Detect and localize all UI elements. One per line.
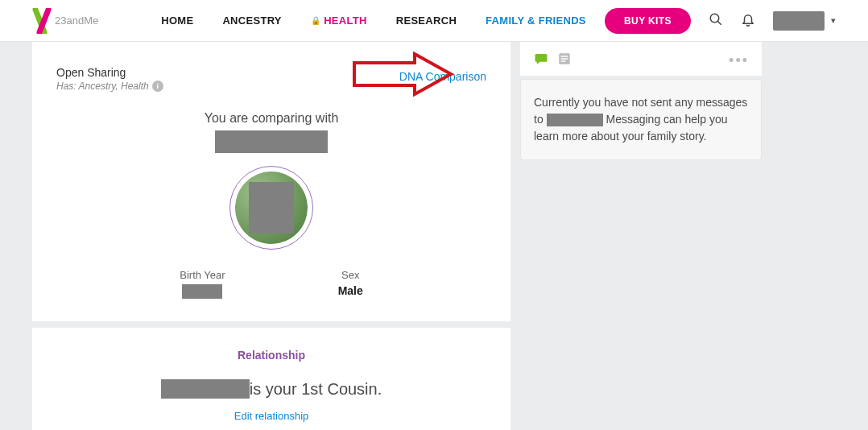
empty-messages-notice: Currently you have not sent any messages…: [520, 79, 762, 160]
lock-icon: 🔒: [311, 16, 320, 25]
relationship-title: Relationship: [56, 349, 486, 362]
logo-mark-icon: [32, 8, 52, 34]
nav-health-label: HEALTH: [324, 14, 367, 27]
section-divider: [32, 321, 510, 328]
global-header: 23andMe HOME ANCESTRY 🔒 HEALTH RESEARCH …: [0, 0, 868, 42]
nav-family-friends[interactable]: FAMILY & FRIENDS: [471, 14, 601, 27]
logo[interactable]: 23andMe: [32, 8, 98, 34]
logo-text: 23andMe: [55, 14, 98, 27]
chevron-down-icon: ▾: [831, 15, 836, 26]
nav-research[interactable]: RESEARCH: [382, 14, 471, 27]
user-avatar: [773, 11, 825, 31]
buy-kits-button[interactable]: BUY KITS: [605, 8, 691, 34]
svg-rect-3: [561, 56, 568, 57]
profile-panel: Open Sharing Has: Ancestry, Health i DNA…: [32, 42, 510, 430]
has-services-text: Has: Ancestry, Health: [56, 81, 149, 92]
more-options-icon[interactable]: •••: [729, 52, 749, 69]
info-icon[interactable]: i: [152, 81, 163, 92]
birth-year-label: Birth Year: [180, 269, 225, 281]
main-nav: HOME ANCESTRY 🔒 HEALTH RESEARCH FAMILY &…: [147, 14, 601, 27]
notes-tab-icon[interactable]: [557, 52, 572, 69]
sex-col: Sex Male: [338, 269, 363, 299]
chat-tab-icon[interactable]: [533, 52, 549, 69]
messages-name-redacted: [547, 114, 603, 126]
bell-icon[interactable]: [741, 12, 755, 30]
birth-year-value-redacted: [182, 284, 222, 299]
svg-rect-4: [561, 58, 568, 60]
svg-point-0: [710, 14, 719, 23]
relationship-section: Relationship is your 1st Cousin. Edit re…: [56, 328, 486, 422]
svg-rect-5: [561, 60, 566, 62]
relationship-statement: is your 1st Cousin.: [56, 379, 486, 399]
search-icon[interactable]: [709, 12, 723, 30]
header-right: BUY KITS ▾: [605, 8, 836, 34]
comparing-block: You are comparing with Birth Year Sex Ma…: [56, 111, 486, 299]
relationship-name-redacted: [161, 379, 250, 399]
sex-value: Male: [338, 284, 363, 297]
comparing-title: You are comparing with: [56, 111, 486, 126]
birth-year-col: Birth Year: [180, 269, 225, 299]
nav-health[interactable]: 🔒 HEALTH: [296, 14, 382, 27]
annotation-arrow-icon: [350, 52, 455, 97]
nav-ancestry[interactable]: ANCESTRY: [208, 14, 296, 27]
messages-panel: ••• Currently you have not sent any mess…: [520, 42, 762, 430]
sex-label: Sex: [338, 269, 363, 281]
profile-avatar: [229, 166, 313, 250]
user-menu[interactable]: ▾: [773, 11, 836, 31]
comparing-name-redacted: [215, 130, 328, 153]
relationship-suffix: is your 1st Cousin.: [250, 380, 382, 399]
svg-line-1: [717, 21, 721, 25]
main-content: Open Sharing Has: Ancestry, Health i DNA…: [0, 42, 868, 430]
nav-home[interactable]: HOME: [147, 14, 208, 27]
profile-info-row: Birth Year Sex Male: [56, 269, 486, 299]
avatar-photo-redacted: [249, 182, 294, 234]
edit-relationship-link[interactable]: Edit relationship: [56, 410, 486, 422]
messages-tabs: •••: [520, 42, 762, 76]
